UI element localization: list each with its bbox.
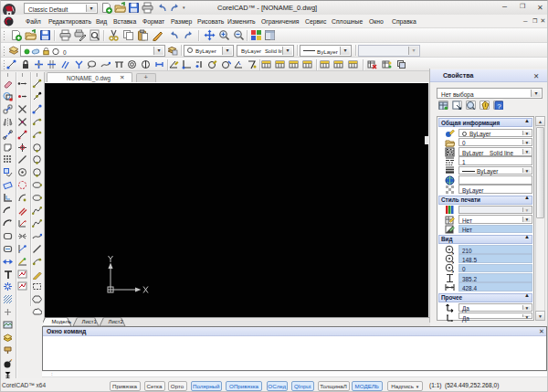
svg-text:0: 0 [63,48,67,55]
svg-text:?: ? [497,101,501,110]
